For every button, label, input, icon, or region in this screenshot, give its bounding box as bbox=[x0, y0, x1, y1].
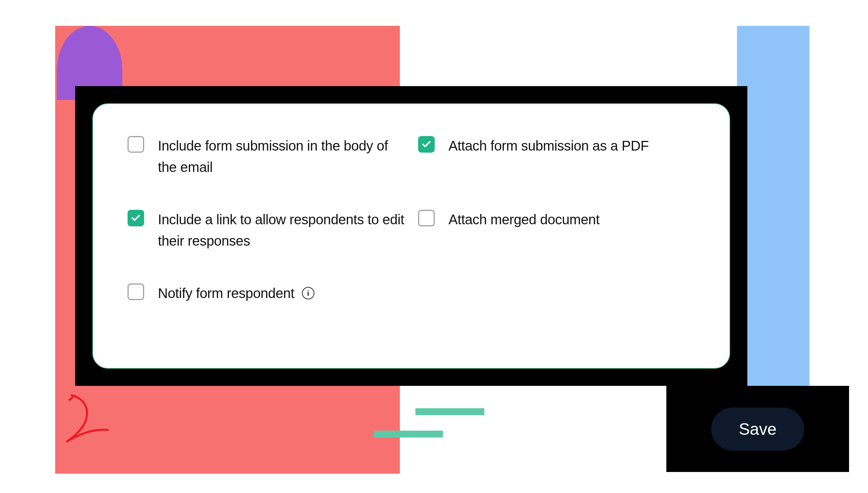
label-wrap-notify: Notify form respondent i bbox=[158, 283, 314, 304]
label-attach-pdf: Attach form submission as a PDF bbox=[448, 135, 649, 156]
settings-panel-frame: Include form submission in the body of t… bbox=[75, 86, 747, 386]
save-button[interactable]: Save bbox=[711, 408, 804, 451]
decorative-blue-block bbox=[737, 26, 809, 388]
checkbox-notify-respondent[interactable] bbox=[128, 284, 144, 300]
decorative-teal-bar bbox=[415, 408, 484, 415]
empty-cell bbox=[418, 283, 695, 304]
option-attach-merged: Attach merged document bbox=[418, 209, 695, 251]
label-notify-respondent: Notify form respondent bbox=[158, 283, 294, 304]
checkbox-attach-pdf[interactable] bbox=[418, 136, 435, 153]
checkbox-attach-merged[interactable] bbox=[418, 210, 435, 226]
option-include-edit-link: Include a link to allow respondents to e… bbox=[128, 209, 404, 251]
decorative-teal-bar bbox=[374, 431, 443, 438]
check-icon bbox=[131, 213, 141, 223]
info-icon[interactable]: i bbox=[302, 287, 314, 299]
settings-panel: Include form submission in the body of t… bbox=[92, 103, 730, 369]
label-include-body: Include form submission in the body of t… bbox=[158, 135, 404, 178]
option-attach-pdf: Attach form submission as a PDF bbox=[418, 135, 695, 178]
option-include-body: Include form submission in the body of t… bbox=[128, 135, 404, 178]
pdf-icon bbox=[59, 393, 110, 444]
option-notify-respondent: Notify form respondent i bbox=[128, 283, 404, 304]
label-attach-merged: Attach merged document bbox=[448, 209, 599, 230]
options-grid: Include form submission in the body of t… bbox=[128, 135, 695, 304]
checkbox-include-edit-link[interactable] bbox=[128, 210, 144, 226]
save-footer-frame: Save bbox=[666, 386, 849, 472]
label-include-edit-link: Include a link to allow respondents to e… bbox=[158, 209, 404, 251]
check-icon bbox=[421, 139, 432, 150]
checkbox-include-body[interactable] bbox=[128, 136, 144, 153]
